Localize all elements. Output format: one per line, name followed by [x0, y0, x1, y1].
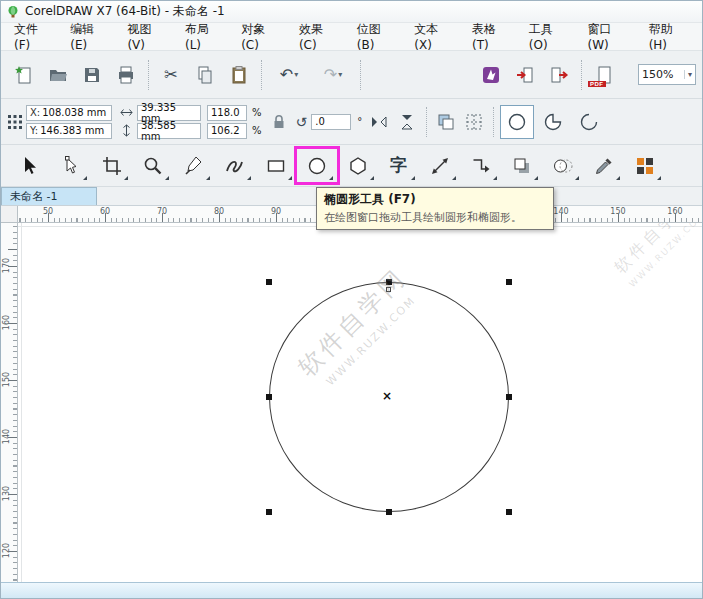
pie-mode-icon	[542, 111, 564, 133]
brush-stroke-icon	[224, 155, 246, 177]
zoom-tool[interactable]	[132, 148, 173, 184]
menu-file[interactable]: 文件(F)	[5, 16, 61, 57]
menu-text[interactable]: 文本(X)	[405, 16, 463, 57]
toolbar-separator	[581, 60, 582, 90]
menu-view[interactable]: 视图(V)	[118, 16, 176, 57]
watermark-text: WWW.RUZW.COM	[627, 223, 702, 289]
connector-tool[interactable]	[460, 148, 501, 184]
rectangle-tool[interactable]	[255, 148, 296, 184]
color-eyedropper-tool[interactable]	[583, 148, 624, 184]
flyout-indicator-icon	[329, 176, 333, 180]
selection-handle-top-left[interactable]	[266, 279, 272, 285]
lock-icon	[272, 114, 286, 130]
flyout-indicator-icon	[657, 176, 661, 180]
vertical-ruler[interactable]: 170 160 150 140 130 120	[1, 223, 18, 582]
height-value: 38.585 mm	[141, 120, 197, 142]
selection-handle-top-right[interactable]	[506, 279, 512, 285]
crop-icon	[101, 155, 123, 177]
print-button[interactable]	[111, 60, 141, 90]
export-button[interactable]	[544, 60, 574, 90]
pick-arrow-icon	[19, 155, 41, 177]
arrange-order-button[interactable]	[433, 109, 459, 135]
open-button[interactable]	[43, 60, 73, 90]
zoom-level-select[interactable]: 150% ▾	[638, 64, 696, 85]
redo-button[interactable]: ↷ ▾	[313, 60, 353, 90]
new-document-button[interactable]	[9, 60, 39, 90]
object-y-field[interactable]: Y: 146.383 mm	[26, 123, 112, 139]
scale-v-percent: %	[252, 125, 262, 136]
copy-button[interactable]	[190, 60, 220, 90]
x-label: X:	[30, 107, 40, 118]
rotate-icon: ↺	[296, 115, 308, 129]
toolbar-separator	[493, 107, 494, 137]
object-width-field[interactable]: 39.335 mm	[137, 105, 201, 121]
lock-ratio-button[interactable]	[266, 109, 292, 135]
flyout-indicator-icon	[247, 176, 251, 180]
pick-tool[interactable]	[9, 148, 50, 184]
selection-handle-bottom-left[interactable]	[266, 509, 272, 515]
undo-button[interactable]: ↶ ▾	[269, 60, 309, 90]
import-button[interactable]	[510, 60, 540, 90]
rotation-angle-field[interactable]: .0	[311, 114, 351, 130]
selection-handle-top-center[interactable]	[386, 279, 392, 285]
flyout-indicator-icon	[124, 176, 128, 180]
crop-tool[interactable]	[91, 148, 132, 184]
ellipse-icon	[306, 155, 328, 177]
drop-shadow-tool[interactable]	[501, 148, 542, 184]
selection-handle-bottom-center[interactable]	[386, 509, 392, 515]
menu-table[interactable]: 表格(T)	[463, 16, 520, 57]
document-tab[interactable]: 未命名 -1	[1, 187, 97, 205]
grid-snap-button[interactable]	[461, 109, 487, 135]
selection-handle-middle-right[interactable]	[506, 394, 512, 400]
undo-icon: ↶	[280, 67, 293, 83]
cut-button[interactable]: ✂	[156, 60, 186, 90]
arc-mode-button[interactable]	[572, 105, 606, 139]
menu-bitmaps[interactable]: 位图(B)	[348, 16, 406, 57]
page-edge	[21, 223, 22, 582]
paste-button[interactable]	[224, 60, 254, 90]
menu-effects[interactable]: 效果(C)	[290, 16, 348, 57]
save-button[interactable]	[77, 60, 107, 90]
object-height-field[interactable]: 38.585 mm	[137, 123, 201, 139]
drawing-canvas[interactable]: 软件自学网 WWW.RUZW.COM 软件自学网 WWW.RUZW.COM ×	[18, 223, 702, 582]
text-tool[interactable]: 字	[378, 148, 419, 184]
arc-mode-icon	[578, 111, 600, 133]
menu-window[interactable]: 窗口(W)	[579, 16, 640, 57]
polygon-tool[interactable]	[337, 148, 378, 184]
menu-object[interactable]: 对象(C)	[232, 16, 290, 57]
freehand-tool[interactable]	[173, 148, 214, 184]
interactive-fill-tool[interactable]	[624, 148, 665, 184]
publish-pdf-button[interactable]: PDF	[589, 60, 619, 90]
tooltip-description: 在绘图窗口拖动工具绘制圆形和椭圆形。	[324, 210, 546, 225]
menu-help[interactable]: 帮助(H)	[640, 16, 698, 57]
dimension-tool[interactable]	[419, 148, 460, 184]
selection-handle-middle-left[interactable]	[266, 394, 272, 400]
toolbox: 字	[1, 145, 702, 187]
pie-mode-button[interactable]	[536, 105, 570, 139]
zoom-level-value: 150%	[642, 68, 673, 81]
selection-handle-bottom-right[interactable]	[506, 509, 512, 515]
scale-h-field[interactable]: 118.0	[207, 105, 247, 121]
object-x-field[interactable]: X: 108.038 mm	[26, 105, 112, 121]
copy-icon	[195, 65, 215, 85]
ellipse-tool[interactable]	[296, 148, 337, 184]
app-launcher-button[interactable]	[476, 60, 506, 90]
menu-tools[interactable]: 工具(O)	[520, 16, 579, 57]
y-value: 146.383 mm	[40, 125, 104, 136]
scale-v-field[interactable]: 106.2	[207, 123, 247, 139]
ruler-origin-corner[interactable]	[1, 206, 18, 223]
ellipse-mode-button[interactable]	[500, 105, 534, 139]
menu-layout[interactable]: 布局(L)	[176, 16, 232, 57]
watermark-text: 软件自学网	[610, 223, 696, 278]
scale-v-value: 106.2	[211, 125, 240, 136]
document-tab-label: 未命名 -1	[10, 189, 57, 204]
artistic-media-tool[interactable]	[214, 148, 255, 184]
transparency-tool[interactable]	[542, 148, 583, 184]
mirror-vertical-button[interactable]	[394, 109, 420, 135]
property-bar: X: 108.038 mm Y: 146.383 mm 39.335 mm	[1, 99, 702, 145]
flyout-indicator-icon	[575, 176, 579, 180]
ellipse-node[interactable]	[386, 287, 391, 292]
mirror-horizontal-button[interactable]	[366, 109, 392, 135]
shape-tool[interactable]	[50, 148, 91, 184]
menu-edit[interactable]: 编辑(E)	[61, 16, 118, 57]
